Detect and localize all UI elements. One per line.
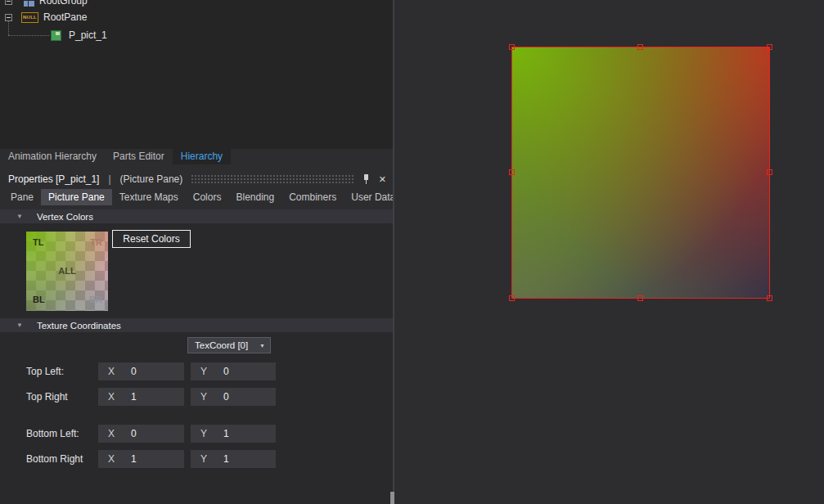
corner-label-tr: TR	[90, 237, 102, 247]
dock-tab-bar: Animation Hierarchy Parts Editor Hierarc…	[0, 149, 393, 164]
texcoord-x-field[interactable]: X 1	[98, 450, 184, 468]
picture-pane-selection[interactable]	[511, 47, 770, 299]
tab-picture-pane[interactable]: Picture Pane	[41, 189, 112, 205]
collapse-triangle-icon[interactable]: ▼	[16, 213, 23, 220]
field-value: 1	[223, 453, 229, 465]
title-separator: |	[108, 173, 110, 185]
section-label: Texture Coordinates	[37, 321, 121, 331]
tree-item-p-pict-1[interactable]: P_pict_1	[0, 26, 393, 44]
expander-icon[interactable]	[5, 14, 12, 21]
texcoord-x-field[interactable]: X 1	[98, 388, 184, 406]
texcoord-y-field[interactable]: Y 0	[191, 362, 276, 380]
corner-label-bl: BL	[33, 295, 45, 304]
tab-animation-hierarchy[interactable]: Animation Hierarchy	[0, 149, 105, 164]
selection-handle-top-left[interactable]	[509, 44, 515, 50]
tab-combiners[interactable]: Combiners	[281, 189, 344, 205]
tree-item-label: P_pict_1	[69, 29, 107, 41]
vertex-color-preview[interactable]: TL TR ALL BL BR	[26, 232, 108, 311]
expander-icon[interactable]	[5, 0, 12, 5]
field-value: 0	[131, 366, 137, 377]
properties-header: Properties [P_pict_1] | (Picture Pane) ✕	[0, 170, 393, 187]
layout-canvas[interactable]	[394, 0, 824, 504]
field-value: 0	[131, 428, 137, 439]
selection-handle-top-right[interactable]	[767, 44, 772, 50]
selection-handle-bottom-left[interactable]	[509, 295, 515, 301]
reset-colors-button[interactable]: Reset Colors	[112, 230, 191, 248]
field-value: 1	[223, 428, 229, 439]
axis-label: X	[108, 453, 121, 465]
properties-tab-bar: Pane Picture Pane Texture Maps Colors Bl…	[3, 189, 403, 205]
axis-label: Y	[200, 453, 214, 465]
axis-label: Y	[200, 428, 214, 439]
section-label: Vertex Colors	[37, 212, 93, 222]
tab-texture-maps[interactable]: Texture Maps	[112, 189, 186, 205]
tree-item-label: RootPane	[43, 11, 87, 23]
tab-hierarchy[interactable]: Hierarchy	[173, 149, 231, 164]
group-icon	[24, 0, 34, 7]
texcoord-select[interactable]: TexCoord [0] ▼	[187, 337, 271, 353]
selection-handle-mid-right[interactable]	[767, 169, 772, 175]
properties-title: Properties [P_pict_1]	[8, 173, 99, 185]
axis-label: Y	[200, 391, 214, 403]
texcoord-select-value: TexCoord [0]	[195, 340, 259, 350]
corner-label-all: ALL	[58, 266, 75, 276]
texture-coordinates-section: TexCoord [0] ▼ Top Left: X 0 Y 0 Top Rig…	[0, 332, 393, 504]
tab-pane[interactable]: Pane	[3, 189, 41, 205]
texcoord-x-field[interactable]: X 0	[98, 425, 184, 443]
row-label: Top Right	[26, 388, 68, 406]
axis-label: X	[108, 391, 121, 403]
texcoord-y-field[interactable]: Y 1	[191, 450, 276, 468]
axis-label: Y	[200, 366, 214, 377]
collapse-triangle-icon[interactable]: ▼	[16, 322, 23, 329]
drag-grip[interactable]	[191, 174, 354, 183]
row-label: Bottom Left:	[26, 425, 79, 443]
texcoord-y-field[interactable]: Y 1	[191, 425, 276, 443]
left-dock-panel: RootGroup NULL RootPane P_pict_1 Animati…	[0, 0, 393, 504]
texcoord-y-field[interactable]: Y 0	[191, 388, 276, 406]
field-value: 0	[223, 366, 229, 377]
tab-colors[interactable]: Colors	[186, 189, 229, 205]
selection-handle-bottom-mid[interactable]	[637, 295, 643, 301]
texcoord-row-bottom-right: Bottom Right X 1 Y 1	[0, 450, 393, 468]
field-value: 1	[131, 453, 137, 465]
texcoord-row-top-left: Top Left: X 0 Y 0	[0, 362, 393, 380]
vertex-colors-section-header[interactable]: ▼ Vertex Colors	[0, 209, 393, 223]
field-value: 1	[131, 391, 137, 403]
null-pane-icon: NULL	[21, 12, 38, 23]
axis-label: X	[108, 366, 121, 377]
texcoord-row-bottom-left: Bottom Left: X 0 Y 1	[0, 425, 393, 443]
tree-item-label: RootGroup	[39, 0, 88, 7]
vertex-colors-section: TL TR ALL BL BR Reset Colors	[0, 223, 393, 318]
pin-icon[interactable]	[362, 173, 371, 185]
hierarchy-tree: RootGroup NULL RootPane P_pict_1	[0, 0, 393, 149]
chevron-down-icon: ▼	[259, 343, 265, 349]
properties-subtitle: (Picture Pane)	[120, 173, 183, 185]
tab-parts-editor[interactable]: Parts Editor	[105, 149, 173, 164]
corner-label-br: BR	[89, 295, 102, 304]
selection-handle-bottom-right[interactable]	[767, 295, 772, 301]
tab-blending[interactable]: Blending	[228, 189, 281, 205]
tree-item-rootpane[interactable]: NULL RootPane	[0, 8, 393, 26]
row-label: Top Left:	[26, 362, 64, 380]
field-value: 0	[223, 391, 229, 403]
axis-label: X	[108, 428, 121, 439]
texcoord-row-top-right: Top Right X 1 Y 0	[0, 388, 393, 406]
texture-coordinates-section-header[interactable]: ▼ Texture Coordinates	[0, 318, 393, 332]
close-icon[interactable]: ✕	[379, 173, 386, 185]
corner-label-tl: TL	[33, 237, 43, 247]
selection-handle-mid-left[interactable]	[509, 169, 515, 175]
texcoord-x-field[interactable]: X 0	[98, 362, 184, 380]
selection-handle-top-mid[interactable]	[637, 44, 643, 50]
row-label: Bottom Right	[26, 450, 83, 468]
picture-pane-icon	[51, 30, 61, 41]
